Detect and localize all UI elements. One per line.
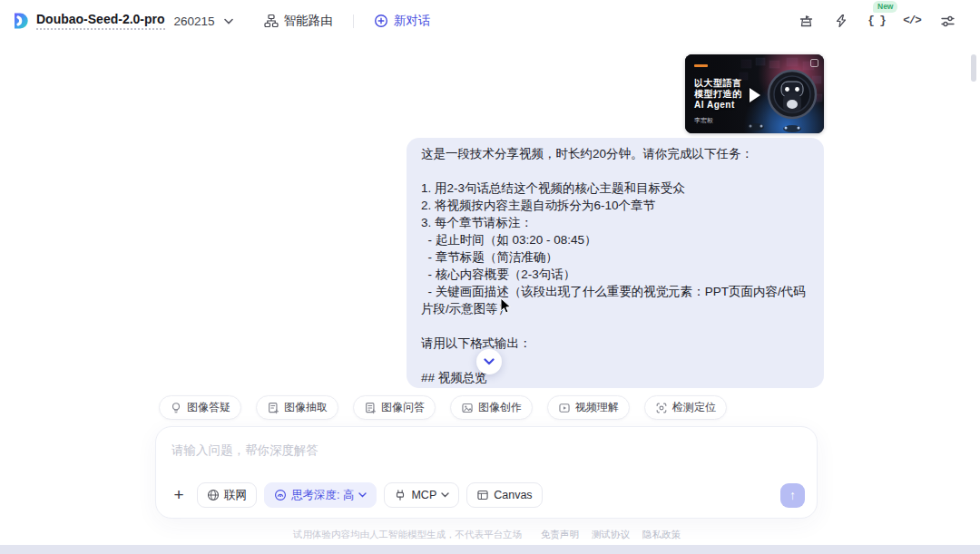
capability-chips: 图像答疑 图像抽取 图像问答 图像创作 视频理解 xyxy=(159,395,727,420)
lightbulb-icon xyxy=(170,402,182,414)
flash-icon[interactable] xyxy=(830,10,852,32)
mcp-selector[interactable]: MCP xyxy=(384,482,459,508)
web-search-toggle[interactable]: 联网 xyxy=(197,482,257,508)
privacy-policy-link[interactable]: 隐私政策 xyxy=(642,529,681,539)
mcp-plug-icon xyxy=(394,489,407,501)
message-input[interactable]: 请输入问题，帮你深度解答 xyxy=(172,442,318,459)
model-selector[interactable]: Doubao-Seed-2.0-pro xyxy=(36,12,165,30)
smart-route-label: 智能路由 xyxy=(284,13,333,29)
arrow-up-icon: ↑ xyxy=(789,488,796,502)
disclaimer-text: 试用体验内容均由人工智能模型生成，不代表平台立场 xyxy=(293,529,522,539)
scroll-to-bottom-button[interactable] xyxy=(476,349,502,374)
chat-scroll-area[interactable]: 以大型語言 模型打造的 AI Agent 李宏毅 这是一段技术分享视频，时长约2… xyxy=(0,42,980,390)
chip-detect-locate[interactable]: 检测定位 xyxy=(644,395,727,420)
composer-toolbar: + 联网 思考深度: 高 xyxy=(168,482,805,508)
bottom-strip xyxy=(0,545,980,554)
model-version[interactable]: 260215 xyxy=(174,15,215,28)
new-feature-badge: New xyxy=(873,1,897,13)
canvas-toggle[interactable]: Canvas xyxy=(466,482,542,508)
user-message-group: 以大型語言 模型打造的 AI Agent 李宏毅 这是一段技术分享视频，时长约2… xyxy=(407,54,824,388)
new-chat-label: 新对话 xyxy=(394,13,431,29)
chevron-down-icon xyxy=(484,358,495,365)
top-bar: Doubao-Seed-2.0-pro 260215 智能路由 新对话 xyxy=(0,0,980,42)
thinking-depth-icon xyxy=(274,489,287,501)
message-composer: 请输入问题，帮你深度解答 + 联网 思考深度: 高 xyxy=(155,426,818,519)
thinking-depth-selector[interactable]: 思考深度: 高 xyxy=(264,482,377,508)
chevron-down-icon xyxy=(358,492,367,498)
document-extract-icon xyxy=(267,402,279,414)
image-create-icon xyxy=(461,402,474,414)
chip-image-answer[interactable]: 图像答疑 xyxy=(159,395,241,420)
chevron-down-icon xyxy=(441,492,449,498)
detect-locate-icon xyxy=(655,402,668,414)
video-thumbnail[interactable]: 以大型語言 模型打造的 AI Agent 李宏毅 xyxy=(685,54,824,133)
new-chat-plus-icon xyxy=(374,14,388,28)
chip-image-extract[interactable]: 图像抽取 xyxy=(256,395,338,420)
new-chat-button[interactable]: 新对话 xyxy=(374,13,431,29)
test-agreement-link[interactable]: 测试协议 xyxy=(592,529,630,539)
document-qa-icon xyxy=(364,402,377,414)
arena-icon[interactable] xyxy=(795,10,817,32)
chip-image-create[interactable]: 图像创作 xyxy=(450,395,533,420)
play-icon[interactable] xyxy=(750,88,760,102)
disclaimer-link[interactable]: 免责声明 xyxy=(541,529,579,539)
code-icon[interactable]: </> xyxy=(901,10,923,32)
footer: 试用体验内容均由人工智能模型生成，不代表平台立场免责声明测试协议隐私政策 xyxy=(0,529,980,541)
doubao-logo-icon xyxy=(11,12,29,30)
settings-sliders-icon[interactable] xyxy=(936,10,958,32)
divider xyxy=(353,15,354,28)
api-braces-icon[interactable]: New { } xyxy=(866,10,887,32)
globe-icon xyxy=(207,489,220,501)
video-understand-icon xyxy=(558,402,571,414)
chip-image-qa[interactable]: 图像问答 xyxy=(353,395,436,420)
route-icon xyxy=(264,14,279,28)
video-title: 以大型語言 模型打造的 AI Agent xyxy=(694,78,742,111)
canvas-icon xyxy=(476,489,489,501)
smart-route-button[interactable]: 智能路由 xyxy=(264,13,333,29)
scrollbar-thumb[interactable] xyxy=(971,54,976,82)
thumb-accent-dash xyxy=(694,64,708,67)
user-message-bubble: 这是一段技术分享视频，时长约20分钟。请你完成以下任务： 1. 用2-3句话总结… xyxy=(407,138,824,388)
send-button[interactable]: ↑ xyxy=(780,483,805,508)
video-author: 李宏毅 xyxy=(694,116,713,125)
chip-video-understand[interactable]: 视频理解 xyxy=(547,395,630,420)
fullscreen-icon xyxy=(810,59,818,67)
attach-button[interactable]: + xyxy=(168,484,190,506)
chevron-down-icon[interactable] xyxy=(224,18,233,24)
